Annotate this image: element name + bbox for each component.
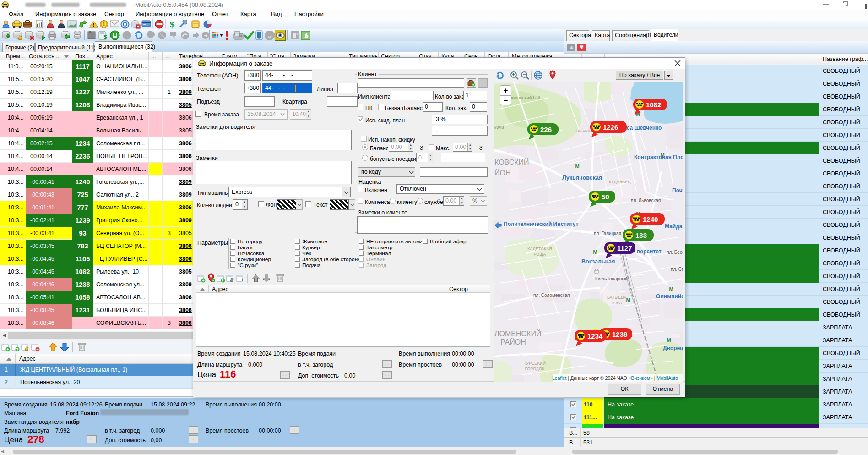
svg-text:Дворец ': Дворец ': [663, 345, 683, 351]
svg-text:Leaflet | Данные карт © 2024 Ч: Leaflet | Данные карт © 2024 ЧАО «Визико…: [552, 375, 678, 381]
svg-text:Олимпийск: Олимпийск: [656, 293, 683, 300]
svg-text:Почт: Почт: [672, 187, 683, 194]
svg-text:РАЙОН: РАЙОН: [500, 338, 526, 346]
svg-text:1: 1: [103, 22, 105, 27]
svg-text:М: М: [626, 297, 630, 302]
svg-text:ЛОМЕНСКИЙ: ЛОМЕНСКИЙ: [494, 329, 541, 338]
svg-text:133: 133: [635, 231, 647, 239]
svg-text:КАДЕТСКАЯ: КАДЕТСКАЯ: [527, 247, 552, 251]
svg-text:Лукьяновская: Лукьяновская: [562, 175, 602, 181]
svg-text:пл. Галицкая: пл. Галицкая: [594, 231, 621, 236]
svg-text:1127: 1127: [617, 244, 632, 252]
svg-text:КОВСКИЙ: КОВСКИЙ: [494, 158, 529, 166]
svg-text:ГОРА: ГОРА: [612, 301, 622, 305]
svg-text:1240: 1240: [643, 215, 658, 223]
svg-text:1234: 1234: [587, 332, 603, 340]
svg-text:Киев-Товарный: Киев-Товарный: [595, 276, 628, 281]
svg-text:ТУРЕЦКИЙ: ТУРЕЦКИЙ: [524, 361, 546, 366]
svg-text:БАТЫЕВА: БАТЫЕВА: [607, 295, 626, 300]
svg-text:50: 50: [602, 193, 609, 201]
svg-text:Майдан: Майдан: [665, 223, 683, 230]
svg-text:ГОРОДОК: ГОРОДОК: [525, 367, 545, 371]
svg-text:226: 226: [540, 126, 552, 133]
svg-text:риловский Гай: риловский Гай: [510, 95, 540, 100]
svg-text:$: $: [170, 20, 175, 29]
svg-text:Контрактовая Плош: Контрактовая Плош: [634, 154, 683, 160]
svg-text:$: $: [103, 33, 107, 40]
svg-text:1226: 1226: [603, 123, 618, 131]
svg-text:М: М: [667, 337, 671, 343]
svg-text:пл. Львовская: пл. Львовская: [631, 198, 661, 203]
svg-text:ЙОН: ЙОН: [494, 169, 511, 177]
svg-text:аса Шевченко: аса Шевченко: [624, 125, 662, 131]
svg-text:ТАТАРКА: ТАТАРКА: [575, 129, 593, 133]
svg-text:КУДРЯВЕЦ: КУДРЯВЕЦ: [609, 180, 631, 184]
svg-text:М: М: [593, 249, 597, 255]
svg-text:Политехнический Институт: Политехнический Институт: [504, 221, 578, 227]
svg-text:1238: 1238: [612, 330, 627, 338]
svg-text:М: М: [575, 164, 579, 169]
svg-text:пл. Соломенская: пл. Соломенская: [533, 293, 570, 298]
svg-text:кичи: кичи: [494, 125, 504, 130]
svg-text:пл. Спо: пл. Спо: [671, 267, 683, 272]
svg-text:1082: 1082: [646, 101, 661, 109]
svg-text:РОЩА: РОЩА: [533, 252, 546, 257]
svg-text:верситет: верситет: [637, 248, 662, 255]
svg-text:пл. Бесс: пл. Бесс: [667, 250, 683, 255]
svg-text:Вокзальная: Вокзальная: [581, 258, 615, 265]
svg-text:М: М: [669, 286, 673, 292]
